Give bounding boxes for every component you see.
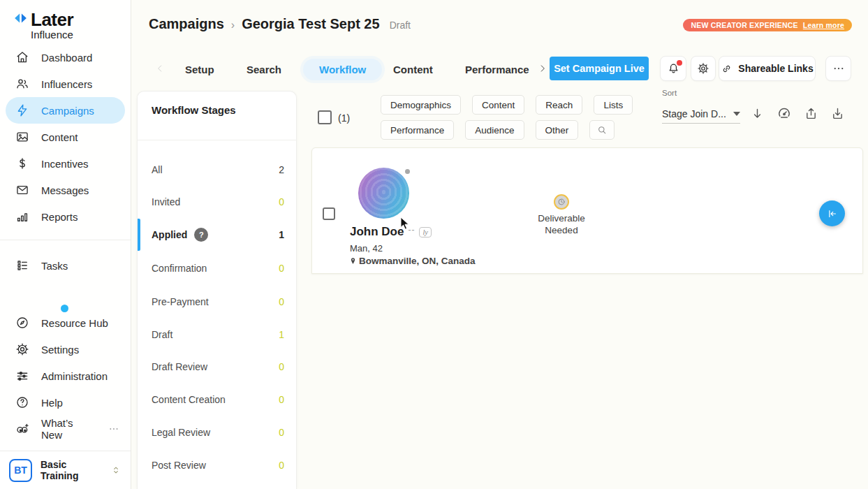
stage-row-all[interactable]: All 2 <box>138 157 296 182</box>
stage-row-applied[interactable]: Applied ? 1 <box>138 222 296 247</box>
deliverable-status-line1: Deliverable <box>520 212 603 224</box>
gauge-icon[interactable] <box>777 105 792 121</box>
account-name: Basic Training <box>41 459 102 481</box>
bar-chart-icon <box>15 210 29 224</box>
tab-performance[interactable]: Performance <box>465 64 529 75</box>
influencer-checkbox[interactable] <box>323 207 335 220</box>
shareable-links-label: Shareable Links <box>738 63 813 74</box>
sidebar-item-tasks[interactable]: Tasks <box>0 252 131 279</box>
home-icon <box>15 50 29 64</box>
stage-count: 0 <box>279 427 284 438</box>
stage-row-draft-review[interactable]: Draft Review 0 <box>138 354 296 379</box>
sort-direction-icon[interactable] <box>750 106 765 121</box>
collapse-panel-button[interactable] <box>819 200 845 226</box>
stage-row-draft[interactable]: Draft 1 <box>138 322 296 347</box>
shareable-links-button[interactable]: Shareable Links <box>719 56 816 81</box>
brand-logo[interactable]: Later Influence <box>13 11 73 41</box>
sidebar-item-reports[interactable]: Reports <box>0 203 131 230</box>
tab-workflow[interactable]: Workflow <box>303 59 382 80</box>
sidebar-item-help[interactable]: Help <box>0 389 131 416</box>
sidebar-item-label: What’s New <box>41 417 96 441</box>
sidebar-item-influencers[interactable]: Influencers <box>0 71 131 97</box>
tab-setup[interactable]: Setup <box>185 64 214 75</box>
tab-content[interactable]: Content <box>393 64 433 75</box>
sidebar-divider <box>0 240 131 240</box>
sidebar-item-label: Help <box>41 397 63 409</box>
stage-count: 0 <box>279 196 284 207</box>
filter-chip-reach[interactable]: Reach <box>536 95 582 115</box>
sidebar-item-whats-new[interactable]: What’s New <box>0 416 131 442</box>
sidebar-item-settings[interactable]: Settings <box>0 336 131 363</box>
sidebar-item-dashboard[interactable]: Dashboard <box>0 44 131 71</box>
account-switcher[interactable]: BT Basic Training <box>0 451 131 489</box>
campaign-settings-button[interactable] <box>691 56 716 81</box>
stage-row-invited[interactable]: Invited 0 <box>138 189 296 214</box>
stage-row-pre-payment[interactable]: Pre-Payment 0 <box>138 289 296 314</box>
sidebar-item-incentives[interactable]: Incentives <box>0 150 131 177</box>
chevron-up-down-icon[interactable] <box>110 465 122 476</box>
stage-count: 0 <box>279 296 284 307</box>
more-actions-button[interactable] <box>825 56 851 81</box>
sidebar-item-content[interactable]: Content <box>0 124 131 150</box>
sidebar-item-label: Messages <box>41 184 89 196</box>
sidebar-item-label: Dashboard <box>41 52 92 64</box>
envelope-icon <box>15 183 29 197</box>
stage-count: 1 <box>279 229 284 240</box>
whats-new-more-icon[interactable] <box>108 423 119 435</box>
tabs-scroll-right-icon[interactable] <box>538 63 547 74</box>
workflow-stages-title: Workflow Stages <box>152 104 236 116</box>
arrow-bar-to-left-icon <box>826 207 839 220</box>
search-icon <box>596 124 608 136</box>
sidebar-item-resource-hub[interactable]: Resource Hub <box>0 309 131 336</box>
influencer-name[interactable]: John Doe <box>350 225 404 239</box>
tabs-scroll-left-icon[interactable] <box>155 63 165 74</box>
import-icon[interactable] <box>830 106 845 121</box>
filter-chip-lists[interactable]: Lists <box>594 95 633 115</box>
sort-label: Sort <box>662 89 677 97</box>
tab-search[interactable]: Search <box>247 64 281 75</box>
filter-chip-other[interactable]: Other <box>536 120 579 140</box>
stage-label: Post Review <box>152 460 206 471</box>
sort-value: Stage Join D... <box>662 108 730 119</box>
notes-badge[interactable]: ly <box>419 227 432 238</box>
set-campaign-live-button[interactable]: Set Campaign Live <box>550 57 649 80</box>
selected-count-label: (1) <box>338 112 350 124</box>
stage-label: Confirmation <box>152 263 207 274</box>
stage-row-legal-review[interactable]: Legal Review 0 <box>138 420 296 445</box>
sidebar-secondary-nav: Resource Hub Settings Administration Hel… <box>0 309 131 442</box>
promo-learn-more-link[interactable]: Learn more <box>803 21 844 29</box>
influencer-name-row: John Doe -- ly <box>350 225 432 239</box>
sort-dropdown[interactable]: Stage Join D... <box>662 105 740 124</box>
search-filter-button[interactable] <box>589 120 615 140</box>
filter-chip-performance[interactable]: Performance <box>381 120 454 140</box>
breadcrumb: Campaigns › Georgia Test Sept 25 Draft <box>149 16 411 32</box>
gear-icon <box>15 342 29 356</box>
export-icon[interactable] <box>804 106 818 121</box>
presence-dot <box>404 168 411 175</box>
select-all-checkbox[interactable] <box>318 110 332 124</box>
influencer-avatar[interactable] <box>358 168 409 219</box>
notifications-button[interactable] <box>660 56 686 81</box>
stage-row-content-creation[interactable]: Content Creation 0 <box>138 387 296 412</box>
promo-banner: NEW CREATOR EXPERIENCE Learn more <box>683 19 852 31</box>
stage-row-post-review[interactable]: Post Review 0 <box>138 453 296 478</box>
stage-row-confirmation[interactable]: Confirmation 0 <box>138 256 296 281</box>
sidebar-item-label: Administration <box>41 370 108 382</box>
filter-chip-content[interactable]: Content <box>472 95 524 115</box>
stage-label: Content Creation <box>152 394 226 405</box>
applied-help-badge[interactable]: ? <box>194 228 208 242</box>
influencer-card[interactable]: John Doe -- ly Man, 42 Bowmanville, ON, … <box>311 147 863 274</box>
dollar-icon <box>15 156 29 170</box>
sidebar-item-messages[interactable]: Messages <box>0 177 131 203</box>
filter-chip-demographics[interactable]: Demographics <box>381 95 461 115</box>
sidebar-item-label: Tasks <box>41 260 68 272</box>
deliverable-pending-icon <box>554 194 569 210</box>
compass-icon <box>15 316 29 330</box>
breadcrumb-campaigns-link[interactable]: Campaigns <box>149 16 224 32</box>
filter-chip-audience[interactable]: Audience <box>465 120 524 140</box>
list-tools <box>750 105 845 121</box>
sidebar-item-administration[interactable]: Administration <box>0 363 131 389</box>
panel-divider <box>138 140 296 140</box>
account-avatar[interactable]: BT <box>9 459 32 482</box>
sidebar-item-campaigns[interactable]: Campaigns <box>6 97 125 124</box>
